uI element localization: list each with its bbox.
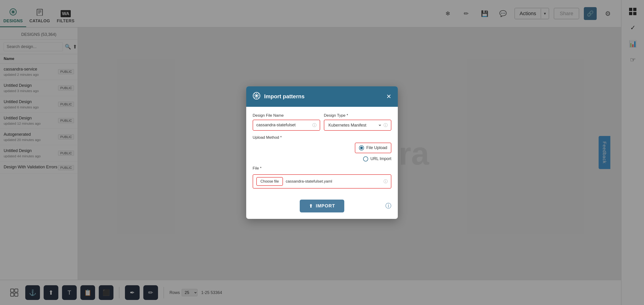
modal-overlay: Import patterns ✕ Design File Name ⓘ Des…	[0, 0, 644, 305]
modal-close-button[interactable]: ✕	[386, 93, 391, 100]
modal-body: Design File Name ⓘ Design Type * Kuberne…	[246, 107, 398, 200]
design-file-name-input[interactable]	[256, 123, 310, 128]
modal-footer: ⬆ IMPORT ⓘ	[246, 200, 398, 219]
file-field: File * Choose file cassandra-statefulset…	[253, 166, 391, 188]
file-field-wrap: Choose file cassandra-statefulset.yaml ⓘ	[253, 174, 391, 188]
design-type-label: Design Type *	[324, 113, 391, 118]
modal-title: Import patterns	[264, 93, 304, 100]
info-icon[interactable]: ⓘ	[386, 202, 391, 210]
import-label: IMPORT	[316, 203, 335, 208]
file-upload-label: File Upload	[366, 146, 387, 150]
help-icon-2[interactable]: ⓘ	[384, 122, 388, 128]
radio-url-import[interactable]: URL Import	[363, 156, 391, 162]
radio-file-upload[interactable]: File Upload	[355, 142, 391, 153]
import-modal: Import patterns ✕ Design File Name ⓘ Des…	[246, 86, 398, 219]
import-button[interactable]: ⬆ IMPORT	[300, 200, 344, 212]
design-type-select-wrap: Kubernetes Manifest ⓘ	[324, 120, 391, 131]
design-type-field: Design Type * Kubernetes Manifest ⓘ	[324, 113, 391, 131]
help-icon-1[interactable]: ⓘ	[312, 122, 316, 128]
radio-circle-filled	[359, 146, 364, 150]
file-label: File *	[253, 166, 391, 171]
upload-method-label: Upload Method *	[253, 135, 391, 140]
url-import-label: URL Import	[370, 156, 391, 161]
radio-circle-empty	[363, 156, 368, 162]
file-name: cassandra-statefulset.yaml	[286, 179, 381, 184]
upload-method-section: Upload Method * File Upload URL Import	[253, 135, 391, 162]
help-icon-3[interactable]: ⓘ	[384, 179, 388, 184]
choose-file-button[interactable]: Choose file	[256, 177, 283, 186]
radio-group: File Upload URL Import	[253, 142, 391, 162]
modal-logo-icon	[253, 92, 260, 101]
design-file-name-label: Design File Name	[253, 113, 320, 118]
design-file-name-field: Design File Name ⓘ	[253, 113, 320, 131]
import-upload-icon: ⬆	[309, 203, 313, 209]
modal-top-row: Design File Name ⓘ Design Type * Kuberne…	[253, 113, 391, 131]
modal-header: Import patterns ✕	[246, 86, 398, 107]
design-file-name-input-wrap: ⓘ	[253, 120, 320, 131]
design-type-select[interactable]: Kubernetes Manifest	[328, 123, 382, 128]
